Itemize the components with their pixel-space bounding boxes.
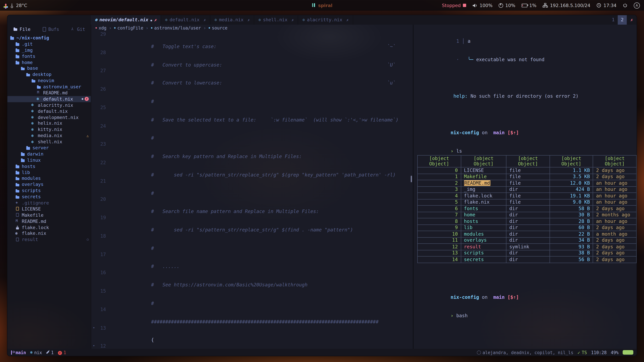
buffer-tab[interactable]: neovim/default.nix ✗ (91, 15, 161, 25)
power-icon[interactable] (623, 3, 628, 8)
buffer-tab[interactable]: alacritty.nix ✗ (298, 15, 353, 25)
tree-item[interactable]: _img (8, 47, 91, 53)
launcher-icon[interactable] (5, 5, 6, 7)
scrollbar-indicator[interactable] (411, 176, 412, 182)
code-line[interactable]: 17 # ...... (91, 251, 413, 270)
code-line[interactable]: 23 # Search key pattern and Replace in M… (91, 141, 413, 160)
close-buffer-icon[interactable]: ✗ (154, 18, 156, 22)
tree-item[interactable]: kitty.nix (8, 126, 91, 133)
tree-item[interactable]: server (8, 145, 91, 151)
sidebar-source-tab[interactable]: Bufs (42, 26, 59, 32)
tree-item[interactable]: secrets (8, 194, 91, 200)
clock-widget[interactable]: 17:34 (596, 3, 616, 8)
tree-item[interactable]: fonts (8, 53, 91, 59)
editor-pane[interactable]: xdg configFile astronvim/lua/user (91, 25, 413, 349)
fold-chevron-icon[interactable] (91, 233, 96, 252)
breadcrumb-item[interactable]: source (208, 25, 228, 30)
tree-item[interactable]: astronvim_user (8, 84, 91, 90)
tabpage-indicator[interactable]: 2 (618, 15, 627, 25)
fold-chevron-icon[interactable] (91, 196, 96, 215)
tree-item[interactable]: default.nix (8, 96, 91, 102)
tree-item[interactable]: flake.nix (8, 230, 91, 237)
fold-chevron-icon[interactable] (91, 178, 96, 196)
fold-chevron-icon[interactable] (91, 68, 96, 86)
breadcrumb-item[interactable]: xdg (95, 25, 114, 30)
tree-item[interactable]: README.md (8, 90, 91, 96)
close-buffer-icon[interactable]: ✗ (248, 18, 250, 22)
volume-widget[interactable]: 100% (472, 3, 492, 8)
error-count[interactable]: 1 (58, 350, 66, 355)
code-line[interactable]: 27 # Convert to lowercase: `u` (91, 68, 413, 86)
code-line[interactable]: 26 # (91, 86, 413, 105)
tree-item[interactable]: desktop (8, 71, 91, 78)
fold-chevron-icon[interactable] (91, 270, 96, 288)
tree-item[interactable]: development.nix (8, 114, 91, 120)
fold-chevron-icon[interactable] (91, 86, 96, 105)
code-line[interactable]: 16 # See https://astronvim.com/Basic%20U… (91, 270, 413, 288)
fold-chevron-icon[interactable] (91, 160, 96, 178)
tree-item-badge[interactable] (86, 134, 89, 138)
close-buffer-icon[interactable]: ✗ (346, 18, 349, 22)
user-badge[interactable]: A (634, 2, 640, 8)
buffer-tab[interactable]: default.nix ✗ (161, 15, 210, 25)
tree-item[interactable]: modules (8, 175, 91, 182)
tree-item[interactable]: darwin (8, 151, 91, 157)
code-line[interactable]: 18 # (91, 233, 413, 252)
fold-chevron-icon[interactable] (91, 215, 96, 233)
tree-item[interactable]: .gitignore (8, 200, 91, 206)
timer-widget[interactable]: Stopped (442, 3, 466, 8)
code-line[interactable]: 25 # Save the selected text to a file: `… (91, 105, 413, 123)
code-area[interactable]: 29 # Toggle text's case: `~` (91, 31, 413, 349)
tree-item[interactable]: alacritty.nix (8, 102, 91, 108)
code-line[interactable]: 22 # sed -ri "s/pattern_str/replace_str/… (91, 160, 413, 178)
tree-item-badge[interactable] (87, 238, 89, 242)
tree-item[interactable]: linux (8, 157, 91, 163)
tree-item[interactable]: neovim (8, 78, 91, 84)
tree-item[interactable]: base (8, 65, 91, 71)
tree-item-badge[interactable] (84, 97, 88, 101)
tree-item[interactable]: helix.nix (8, 120, 91, 126)
code-line[interactable]: 29 # Toggle text's case: `~` (91, 31, 413, 50)
fold-chevron-icon[interactable] (91, 50, 96, 68)
tree-item[interactable]: lib (8, 169, 91, 175)
fold-chevron-icon[interactable] (91, 251, 96, 270)
tree-item[interactable]: overlays (8, 182, 91, 188)
tree-item[interactable]: result (8, 237, 91, 243)
code-line[interactable]: 21 # (91, 178, 413, 196)
tree-item[interactable]: LICENSE (8, 206, 91, 212)
fold-chevron-icon[interactable]: ▾ (91, 343, 96, 349)
fold-chevron-icon[interactable] (91, 105, 96, 123)
fold-chevron-icon[interactable] (91, 307, 96, 325)
fold-chevron-icon[interactable] (91, 141, 96, 160)
buffer-tab[interactable]: shell.nix ✗ (254, 15, 298, 25)
close-tabpage-icon[interactable]: ✗ (627, 15, 636, 25)
battery-widget[interactable]: 1% (522, 3, 536, 8)
fold-chevron-icon[interactable]: ▾ (91, 325, 96, 343)
code-line[interactable]: 28 # Convert to uppercase: `U` (91, 50, 413, 68)
tree-item[interactable]: .git (8, 41, 91, 47)
tree-item[interactable]: hosts (8, 163, 91, 169)
network-widget[interactable]: 192.168.5.100/24 (542, 3, 590, 8)
git-branch[interactable]: main (11, 350, 26, 355)
sidebar-source-tab[interactable]: Git (70, 26, 85, 32)
tree-item[interactable]: default.nix (8, 108, 91, 114)
code-line[interactable]: 20 # Search file name pattern and Replac… (91, 196, 413, 215)
code-line[interactable]: ▾ 12 xdg.configFile = { (91, 343, 413, 349)
fold-chevron-icon[interactable] (91, 288, 96, 307)
breadcrumb-item[interactable]: configFile (114, 25, 151, 30)
close-buffer-icon[interactable]: ✗ (204, 18, 206, 22)
breadcrumb-item[interactable]: astronvim/lua/user (151, 25, 208, 30)
fold-chevron-icon[interactable] (91, 31, 96, 50)
code-line[interactable]: ▾ 13 { (91, 325, 413, 343)
gauge-widget[interactable]: 10% (499, 3, 515, 8)
sidebar-source-tab[interactable]: File (13, 26, 30, 32)
code-line[interactable]: 15 # (91, 288, 413, 307)
fold-chevron-icon[interactable] (91, 123, 96, 141)
code-line[interactable]: 24 # (91, 123, 413, 141)
tree-item[interactable]: media.nix (8, 133, 91, 139)
tree-item[interactable]: home (8, 59, 91, 65)
buffer-tab[interactable]: media.nix ✗ (210, 15, 254, 25)
code-line[interactable]: 14 #####################################… (91, 307, 413, 325)
tree-item[interactable]: ~/nix-config (8, 35, 91, 41)
code-line[interactable]: 19 # sed -ri "s/pattern_str/replace_str/… (91, 215, 413, 233)
